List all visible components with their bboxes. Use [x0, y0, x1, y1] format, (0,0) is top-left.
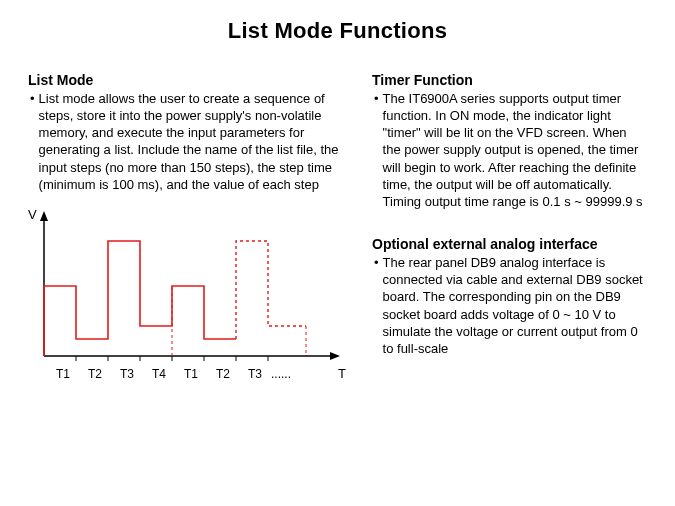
bullet-dot-icon: • [30, 90, 35, 193]
bullet-dot-icon: • [374, 254, 379, 357]
bullet-listmode: • List mode allows the user to create a … [30, 90, 346, 193]
bullet-dot-icon: • [374, 90, 379, 210]
x-tick-labels: T1 T2 T3 T4 T1 T2 T3 ...... [47, 367, 326, 381]
waveform-chart: V T [28, 211, 346, 381]
content-columns: List Mode • List mode allows the user to… [28, 72, 647, 381]
heading-timer: Timer Function [372, 72, 647, 88]
section-timer: Timer Function • The IT6900A series supp… [372, 72, 647, 210]
tick-t4: T4 [143, 367, 175, 381]
body-listmode: List mode allows the user to create a se… [39, 90, 346, 193]
tick-t1a: T1 [47, 367, 79, 381]
bullet-timer: • The IT6900A series supports output tim… [374, 90, 647, 210]
body-analog: The rear panel DB9 analog interface is c… [383, 254, 647, 357]
waveform-svg [28, 211, 346, 381]
tick-t2b: T2 [207, 367, 239, 381]
heading-listmode: List Mode [28, 72, 346, 88]
svg-marker-3 [330, 352, 340, 360]
tick-t1b: T1 [175, 367, 207, 381]
bullet-analog: • The rear panel DB9 analog interface is… [374, 254, 647, 357]
column-left: List Mode • List mode allows the user to… [28, 72, 346, 381]
x-axis-label: T [338, 366, 346, 381]
y-axis-label: V [28, 207, 37, 222]
heading-analog: Optional external analog interface [372, 236, 647, 252]
body-timer: The IT6900A series supports output timer… [383, 90, 647, 210]
svg-marker-1 [40, 211, 48, 221]
tick-t3b: T3 [239, 367, 271, 381]
column-right: Timer Function • The IT6900A series supp… [372, 72, 647, 381]
tick-t2a: T2 [79, 367, 111, 381]
section-listmode: List Mode • List mode allows the user to… [28, 72, 346, 193]
tick-ellipsis: ...... [271, 367, 311, 381]
page-title: List Mode Functions [28, 18, 647, 44]
tick-t3a: T3 [111, 367, 143, 381]
section-analog: Optional external analog interface • The… [372, 236, 647, 357]
